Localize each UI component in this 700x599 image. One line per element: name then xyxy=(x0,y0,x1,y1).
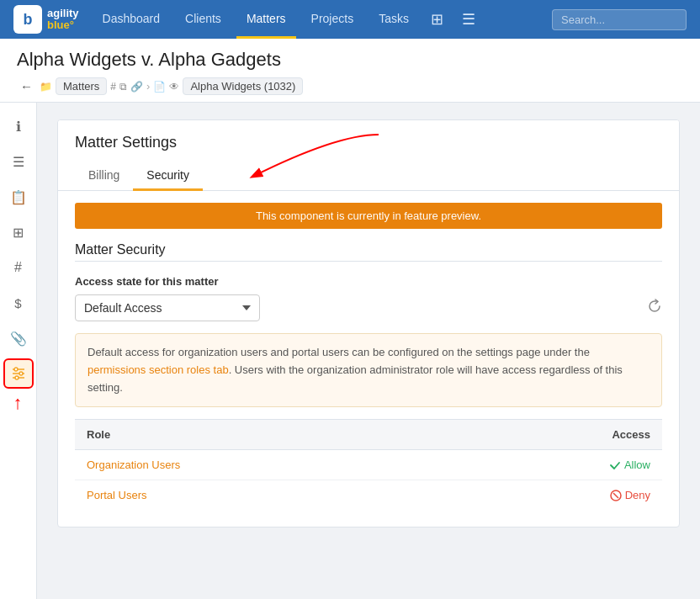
deny-label: Deny xyxy=(625,489,650,501)
access-org-users: Allow xyxy=(453,450,662,480)
hamburger-menu-button[interactable]: ☰ xyxy=(455,0,482,39)
allow-badge: Allow xyxy=(464,459,650,471)
table-header-row: Role Access xyxy=(75,420,662,450)
global-search-input[interactable] xyxy=(552,9,687,30)
role-link-org-users[interactable]: Organization Users xyxy=(87,459,180,471)
settings-card: Matter Settings Billing Security This co… xyxy=(57,119,680,527)
roles-table-header: Role Access xyxy=(75,420,662,450)
logo: b agilityblue° xyxy=(13,5,79,34)
sidebar-icon-grid[interactable]: ⊞ xyxy=(3,217,34,247)
grid-view-button[interactable]: ⊞ xyxy=(424,0,450,39)
svg-line-7 xyxy=(613,493,618,498)
logo-text: agilityblue° xyxy=(47,8,79,32)
info-text-part1: Default access for organization users an… xyxy=(88,346,590,358)
allow-label: Allow xyxy=(624,459,650,471)
back-button[interactable]: ← xyxy=(17,79,36,93)
sliders-svg-icon xyxy=(11,366,26,381)
access-portal-users: Deny xyxy=(453,480,662,511)
sidebar-icon-hash[interactable]: # xyxy=(3,252,34,283)
sidebar-icon-sliders[interactable]: ↑ xyxy=(3,358,34,389)
breadcrumb-separator: › xyxy=(146,80,150,93)
role-portal-users: Portal Users xyxy=(75,480,453,511)
nav-matters[interactable]: Matters xyxy=(236,0,296,39)
refresh-button[interactable] xyxy=(647,299,662,318)
sidebar-icon-dollar[interactable]: $ xyxy=(3,288,34,318)
sidebar-icon-clipboard[interactable]: 📋 xyxy=(3,182,34,212)
info-box: Default access for organization users an… xyxy=(75,333,662,407)
section-divider xyxy=(75,261,662,262)
main-layout: ℹ ☰ 📋 ⊞ # $ 📎 ↑ xyxy=(0,103,700,599)
refresh-icon xyxy=(647,299,662,314)
settings-card-title: Matter Settings xyxy=(75,134,177,151)
sidebar-icon-list[interactable]: ☰ xyxy=(3,146,34,177)
matters-breadcrumb[interactable]: Matters xyxy=(56,77,107,95)
logo-icon: b xyxy=(13,5,42,34)
roles-table: Role Access Organization Users xyxy=(75,419,662,510)
table-row-portal-users: Portal Users Deny xyxy=(75,480,662,511)
page-title: Alpha Widgets v. Alpha Gadgets xyxy=(17,49,683,71)
matter-chip[interactable]: Alpha Widgets (1032) xyxy=(183,77,303,95)
breadcrumb: ← 📁 Matters # ⧉ 🔗 › 📄 👁 Alpha Widgets (1… xyxy=(17,77,683,102)
settings-body: This component is currently in feature p… xyxy=(58,203,679,527)
top-navigation: b agilityblue° Dashboard Clients Matters… xyxy=(0,0,700,39)
col-header-access: Access xyxy=(453,420,662,450)
left-sidebar: ℹ ☰ 📋 ⊞ # $ 📎 ↑ xyxy=(0,103,37,599)
table-row-org-users: Organization Users Allow xyxy=(75,450,662,480)
tab-billing[interactable]: Billing xyxy=(75,162,133,191)
access-state-select[interactable]: Default Access Restricted Public xyxy=(75,294,260,321)
deny-icon xyxy=(610,490,622,501)
doc-icon: 📄 xyxy=(153,81,166,93)
svg-point-3 xyxy=(14,368,18,371)
page-wrapper: b agilityblue° Dashboard Clients Matters… xyxy=(0,0,700,599)
svg-point-4 xyxy=(19,372,23,375)
nav-dashboard[interactable]: Dashboard xyxy=(93,0,171,39)
content-area: Matter Settings Billing Security This co… xyxy=(37,103,700,599)
matter-chip-label: Alpha Widgets (1032) xyxy=(190,80,295,93)
tab-security[interactable]: Security xyxy=(133,162,203,191)
sidebar-icon-paperclip[interactable]: 📎 xyxy=(3,323,34,353)
col-header-role: Role xyxy=(75,420,453,450)
nav-tasks[interactable]: Tasks xyxy=(369,0,419,39)
access-state-label: Access state for this matter xyxy=(75,275,662,288)
deny-badge: Deny xyxy=(464,489,650,501)
preview-banner: This component is currently in feature p… xyxy=(75,203,662,229)
access-select-row: Default Access Restricted Public xyxy=(75,294,662,321)
eye-icon: 👁 xyxy=(169,81,179,93)
page-header: Alpha Widgets v. Alpha Gadgets ← 📁 Matte… xyxy=(0,39,700,103)
nav-projects[interactable]: Projects xyxy=(301,0,364,39)
sidebar-icon-info[interactable]: ℹ xyxy=(3,111,34,141)
roles-table-body: Organization Users Allow xyxy=(75,450,662,511)
nav-clients[interactable]: Clients xyxy=(175,0,231,39)
arrow-indicator: ↑ xyxy=(13,394,23,412)
link-icon: 🔗 xyxy=(130,81,143,93)
svg-point-5 xyxy=(15,376,19,379)
matters-label: Matters xyxy=(63,80,99,93)
role-org-users: Organization Users xyxy=(75,450,453,480)
role-link-portal-users[interactable]: Portal Users xyxy=(87,489,147,501)
copy-icon: ⧉ xyxy=(119,81,127,93)
check-icon xyxy=(609,459,621,471)
settings-card-header: Matter Settings xyxy=(58,120,679,151)
folder-icon: 📁 xyxy=(40,81,52,93)
hash-icon: # xyxy=(110,81,116,93)
matter-security-title: Matter Security xyxy=(75,242,662,257)
tabs-bar: Billing Security xyxy=(58,162,679,191)
info-link[interactable]: permissions section roles tab xyxy=(88,363,229,376)
